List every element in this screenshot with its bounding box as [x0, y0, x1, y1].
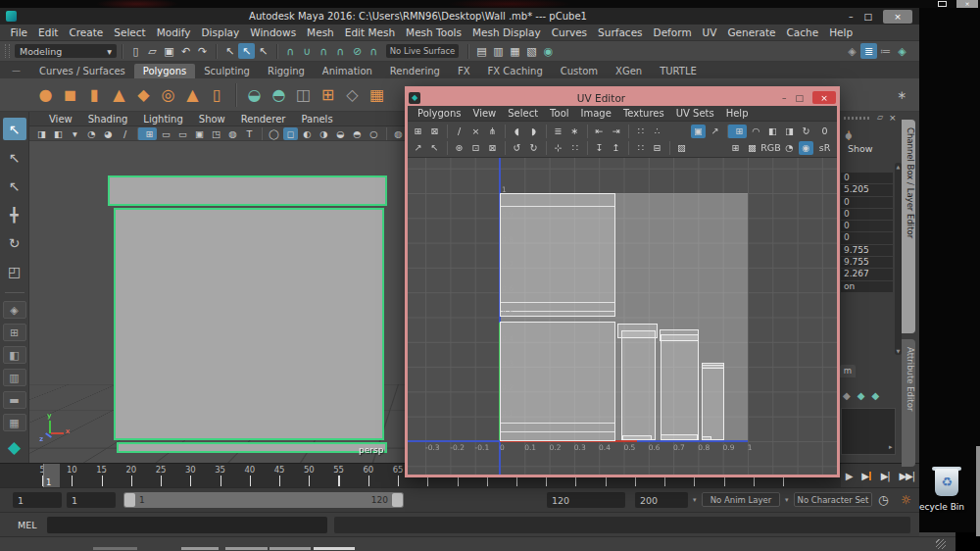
safe-action-icon[interactable]: ◍ [225, 127, 240, 140]
command-language-label[interactable]: MEL [18, 520, 37, 530]
select-hierarchy-icon[interactable]: ↖ [221, 43, 238, 59]
resolution-gate-icon[interactable]: ▭ [175, 127, 190, 140]
background-close-button[interactable]: × [956, 0, 978, 8]
menu-item[interactable]: Mesh Tools [401, 26, 467, 38]
box-select-icon[interactable]: ⊠ [485, 141, 500, 155]
menu-item[interactable]: Modify [151, 26, 196, 38]
shaded-display-icon[interactable]: ◻ [283, 127, 298, 140]
menu-item[interactable]: Surfaces [593, 26, 648, 38]
rgb-channels-icon[interactable]: RGB [761, 141, 780, 155]
rotate-tool[interactable]: ↻ [3, 231, 26, 254]
split-uv-icon[interactable]: ⋔ [485, 125, 500, 138]
unstack-shells-icon[interactable]: ⊟ [650, 141, 664, 155]
chevron-down-icon[interactable]: ▾ [785, 496, 789, 504]
render-current-frame-icon[interactable]: ▥ [490, 43, 507, 59]
gate-mask-icon[interactable]: ▣ [192, 127, 207, 140]
maximize-button[interactable]: □ [863, 12, 872, 22]
separate-icon[interactable]: ◓ [267, 82, 291, 107]
shelf-tab[interactable]: FX Caching [479, 64, 552, 78]
shelf-tab[interactable]: Animation [314, 64, 381, 78]
render-view-icon[interactable]: ▤ [473, 43, 490, 59]
layout-persp-outliner[interactable]: ◧ [3, 346, 26, 364]
menu-item[interactable]: Generate [722, 26, 781, 38]
playback-start-field[interactable]: 1 [67, 492, 116, 508]
resize-grip[interactable] [936, 539, 946, 549]
channel-value-field[interactable]: 9.755 [841, 245, 893, 256]
play-forward-button[interactable]: ▶ [846, 471, 853, 481]
uv-menu-item[interactable]: Textures [617, 108, 670, 119]
background-maximize-icon[interactable] [938, 1, 947, 7]
shelf-tab[interactable]: Rigging [259, 64, 314, 78]
layer-editor-tab[interactable]: m [840, 365, 856, 377]
menu-item[interactable]: Edit Mesh [339, 26, 400, 38]
shelf-tab[interactable]: Custom [552, 64, 607, 78]
move-uv-shell-icon[interactable]: ↗ [411, 141, 425, 155]
move-tool[interactable]: ╋ [3, 203, 26, 225]
command-input-field[interactable] [47, 517, 327, 533]
unfold-uvs-icon[interactable]: ⊛ [447, 141, 466, 155]
shelf-tab[interactable]: Rendering [381, 64, 449, 78]
menu-item[interactable]: Cache [781, 26, 824, 38]
stack-shells-icon[interactable]: ∷ [628, 141, 648, 155]
chevron-down-icon[interactable]: ▾ [693, 496, 697, 504]
uv-shell-edge[interactable] [501, 431, 614, 432]
make-live-icon[interactable]: ∩ [366, 43, 382, 59]
wireframe-cube-icon[interactable]: ◇ [340, 82, 365, 107]
close-button[interactable]: × [883, 10, 912, 24]
open-scene-icon[interactable]: ▱ [144, 43, 161, 59]
shelf-tab[interactable]: FX [449, 64, 479, 78]
image-plane-icon[interactable]: ◔ [84, 127, 99, 140]
panel-menu-item[interactable]: Renderer [233, 114, 294, 125]
layout-four-pane[interactable]: ⊞ [3, 324, 26, 341]
paint-select-tool[interactable]: ↖ [3, 175, 26, 197]
refresh-image-icon[interactable]: ↻ [799, 125, 813, 138]
menu-item[interactable]: Mesh [302, 26, 340, 38]
uv-shell-bottom-strip[interactable] [702, 436, 711, 440]
uv-menu-item[interactable]: Help [720, 108, 755, 119]
channel-box-toggle-icon[interactable]: ◈ [894, 43, 910, 59]
menu-set-dropdown[interactable]: Modeling ▾ [15, 44, 117, 58]
uv-shell-front-upper[interactable] [500, 193, 615, 317]
new-layer-icon[interactable]: ◆ [871, 390, 879, 401]
grid-toggle-icon[interactable]: ⊞ [137, 127, 157, 140]
layout-uvs-icon[interactable]: ∷ [628, 125, 648, 138]
uv-menu-item[interactable]: Image [575, 108, 617, 119]
rotate-ccw-icon[interactable]: ↺ [505, 141, 524, 155]
recycle-bin-label[interactable]: ecycle Bin [919, 502, 978, 512]
safe-title-icon[interactable]: T [242, 127, 257, 140]
combine-icon[interactable]: ◒ [242, 82, 267, 107]
menu-item[interactable]: Curves [546, 26, 592, 38]
scroll-up-icon[interactable]: ▲ [895, 164, 902, 170]
shelf-tab[interactable]: Curves / Surfaces [30, 64, 134, 78]
flip-u-icon[interactable]: ◖ [505, 125, 524, 138]
use-all-lights-icon[interactable]: ◑ [317, 127, 331, 140]
animation-end-field[interactable]: 200 [635, 492, 688, 508]
polygon-cone-icon[interactable]: ▲ [107, 82, 131, 107]
channel-scrollbar[interactable]: ▲ ▼ [895, 163, 902, 355]
current-frame-marker[interactable]: 1 [43, 464, 60, 488]
field-chart-icon[interactable]: ◳ [209, 127, 223, 140]
texture-borders-icon[interactable]: ◨ [782, 125, 797, 138]
render-settings-icon[interactable]: ▧ [523, 43, 540, 59]
menu-item[interactable]: UV [697, 26, 722, 38]
channel-value-field[interactable]: 0 [841, 209, 893, 220]
select-component-icon[interactable]: ↖ [255, 43, 271, 59]
uv-maximize-button[interactable]: □ [795, 93, 804, 103]
step-next-frame-button[interactable]: ▶| [881, 471, 890, 481]
image-display-toggle-icon[interactable]: ▣ [691, 125, 706, 138]
layer-list[interactable] [841, 408, 896, 455]
menu-item[interactable]: Help [824, 26, 858, 38]
xray-icon[interactable]: ◍ [386, 127, 406, 140]
menu-item[interactable]: Select [109, 26, 151, 38]
undo-icon[interactable]: ↶ [177, 43, 194, 59]
panel-menu-item[interactable]: Show [191, 114, 233, 125]
layout-split[interactable]: ▥ [3, 369, 26, 386]
step-next-key-button[interactable]: ▶ [861, 471, 871, 481]
menu-item[interactable]: Display [196, 26, 245, 38]
go-to-end-button[interactable]: ▶▶| [899, 471, 914, 481]
wall-mesh-top-cap[interactable] [108, 175, 387, 206]
relax-uvs-icon[interactable]: ⊡ [468, 141, 483, 155]
uv-shell-bottom-strip[interactable] [661, 434, 698, 440]
expand-image-icon[interactable]: ↗ [708, 125, 722, 138]
menu-item[interactable]: Create [64, 26, 109, 38]
